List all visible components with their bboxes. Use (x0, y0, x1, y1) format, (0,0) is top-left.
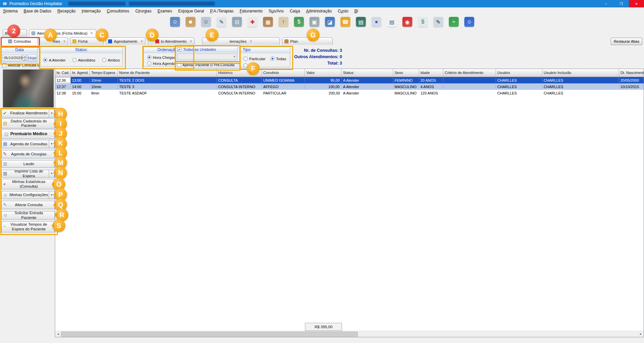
restore-tabs-button[interactable]: Restaurar Abas (611, 38, 642, 45)
sidebar-button-laudo[interactable]: ▥Laudo (1, 160, 55, 168)
scroll-right-icon[interactable]: ► (638, 331, 644, 337)
sidebar-button-dados-cadastrais-do-paciente[interactable]: ▤Dados Cadastrais do Paciente (1, 118, 55, 128)
stock-crate-icon[interactable]: ▦ (263, 17, 273, 27)
sidebar-button-alterar-consulta[interactable]: ✎Alterar Consulta (1, 201, 55, 209)
column-header-convenio[interactable]: Convênio (262, 69, 305, 77)
menu-sus-ans[interactable]: Sus/Ans (266, 7, 287, 15)
sidebar-button-imprimir-lista-de-espera[interactable]: ▤Imprimir Lista de Espera▼ (1, 170, 55, 178)
menu-caixa[interactable]: Caixa (287, 7, 303, 15)
units-dropdown[interactable]: ▾ (177, 53, 236, 60)
invoice-icon[interactable]: ▤ (387, 17, 397, 27)
revenue-arrow-icon[interactable]: ↑ (278, 17, 289, 27)
sub-tab-agendamento[interactable]: Agendamento✕ (106, 37, 145, 45)
doctor-icon[interactable]: ☺ (201, 17, 211, 27)
menu-estoque-geral[interactable]: Estoque Geral (175, 7, 207, 15)
globe-icon[interactable]: ● (371, 17, 381, 27)
sidebar-button-agenda-de-cirurgias[interactable]: ✎Agenda de Cirurgias (1, 150, 55, 158)
e-billing-icon[interactable]: $ (418, 17, 428, 27)
status-option-atendidos[interactable]: Atendidos (72, 58, 95, 62)
hospital-bed-icon[interactable]: ⊟ (232, 17, 242, 27)
table-cell: CHARLLES (496, 83, 542, 90)
menu-administracao[interactable]: Administração (303, 7, 335, 15)
phone-directory-icon[interactable]: ☎ (340, 17, 350, 27)
patient-search-icon[interactable]: ☺ (170, 17, 180, 27)
menu-consultorios[interactable]: Consultórios (104, 7, 132, 15)
column-header-usuario[interactable]: Usuário (496, 69, 542, 77)
table-row[interactable]: 12:3613:0010minTESTE 2 DOISCONSULTAUNIME… (55, 77, 644, 83)
ambulance-icon[interactable]: ✚ (247, 17, 258, 27)
ledger-book-icon[interactable]: ▤ (356, 17, 366, 27)
menu-exames[interactable]: Exames (155, 7, 175, 15)
menu-custo[interactable]: Custo (335, 7, 351, 15)
close-icon[interactable]: ✕ (91, 32, 93, 35)
step-down-button[interactable]: ▼ (23, 58, 27, 61)
column-header-idade[interactable]: Idade (419, 69, 443, 77)
patient-binder-icon[interactable]: ☺ (464, 17, 474, 27)
sidebar-button-minhas-estatisticas-consulta[interactable]: ◕Minhas Estatísticas (Consulta) (1, 179, 55, 189)
menu-sistema[interactable]: Sistema (0, 7, 21, 15)
today-button[interactable]: Hoje (28, 54, 37, 61)
column-header-status[interactable]: Status (342, 69, 393, 77)
sidebar-button-finalizar-atendimento[interactable]: ✔Finalizar Atendimento▼ (1, 109, 55, 118)
status-option-ambos[interactable]: Ambos (102, 58, 120, 62)
radio-icon (147, 61, 151, 66)
checkbox-icon[interactable] (177, 63, 181, 67)
column-header-tempo-espera[interactable]: Tempo Espera (90, 69, 118, 77)
checkbox-icon[interactable] (2, 63, 6, 67)
tipo-option-todas[interactable]: Todas (270, 56, 286, 61)
menu-base-de-dados[interactable]: Base de Dados (21, 7, 54, 15)
column-header-valor[interactable]: Valor (305, 69, 342, 77)
close-icon[interactable]: ✕ (249, 40, 252, 43)
main-tab-atendimentos-ficha-medica[interactable]: Atendimentos (Ficha Médica)✕ (29, 29, 96, 37)
pre-consult-only-checkbox[interactable]: Apenas Paciente c/ Pré-Consulta (176, 62, 238, 68)
sidebar-button-solicitar-entrada-paciente[interactable]: ☺Solicitar Entrada Paciente (1, 211, 55, 220)
menu-p-a-terapias[interactable]: P.A./Terapias (207, 7, 237, 15)
sidebar-button-minhas-configuracoes[interactable]: ☺Minhas Configurações▼ (1, 191, 55, 199)
tipo-option-particular[interactable]: Particular (243, 56, 266, 61)
maximize-button-icon[interactable]: ❐ (614, 0, 629, 7)
date-input[interactable]: 05/10/2020 ▾ (2, 55, 22, 61)
close-icon[interactable]: ✕ (140, 40, 143, 43)
table-row[interactable]: 12:3815:008minTESTE ASDADFCONSULTA INTER… (55, 90, 644, 96)
column-header-dt-nascimento[interactable]: Dt. Nascimento (619, 69, 644, 77)
close-button-icon[interactable]: ✕ (629, 0, 644, 7)
scroll-left-icon[interactable]: ◄ (55, 331, 61, 337)
sidebar-button-agenda-de-consultas[interactable]: ▤Agenda de Consultas▼ (1, 140, 55, 148)
menu-internacao[interactable]: Internação (78, 7, 104, 15)
table-cell: A Atender (342, 83, 393, 90)
close-icon[interactable]: ✕ (190, 40, 192, 43)
checked-checkbox-icon[interactable]: ✔ (177, 47, 181, 51)
health-monitor-icon[interactable]: ≈ (449, 17, 459, 27)
medical-form-icon[interactable]: ✎ (216, 17, 227, 27)
money-stack-icon[interactable]: $ (294, 17, 304, 27)
column-header-nome-do-paciente[interactable]: Nome do Paciente (118, 69, 217, 77)
step-up-button[interactable]: ▲ (23, 55, 27, 58)
power-icon[interactable]: ◉ (402, 17, 412, 27)
column-header-usuario-inclusao[interactable]: Usuário Inclusão (542, 69, 619, 77)
close-icon[interactable]: ✕ (63, 40, 66, 43)
table-cell: CHARLLES (542, 77, 619, 83)
table-row[interactable]: 12:3714:0010minTESTE 3CONSULTA INTERNOAF… (55, 83, 644, 90)
sidebar-button-prontuario-medico[interactable]: ☺Prontuário Médico (1, 129, 55, 139)
market-chart-icon[interactable]: ◪ (325, 17, 335, 27)
menu-recepcao[interactable]: Recepção (54, 7, 78, 15)
menu-cirurgias[interactable]: Cirurgias (132, 7, 155, 15)
minimize-button-icon[interactable]: ─ (599, 0, 614, 7)
reception-group-icon[interactable]: ☻ (185, 17, 196, 27)
signed-document-icon[interactable]: ✎ (433, 17, 443, 27)
menu-faturamento[interactable]: Faturamento (237, 7, 266, 15)
horizontal-scrollbar[interactable]: ◄ ► (55, 331, 644, 337)
ordering-option-hora-chegada[interactable]: Hora Chegada (147, 55, 178, 60)
menu-bi[interactable]: BI (351, 7, 361, 15)
column-header-hr-cad[interactable]: hr. Cad. (55, 69, 71, 77)
column-header-hr-agend[interactable]: hr. Agend. (71, 69, 90, 77)
status-option-a-atender[interactable]: A Atender (43, 58, 66, 62)
column-header-sexo[interactable]: Sexo (393, 69, 419, 77)
sidebar-button-visualizar-tempos-de-espera-do-paciente[interactable]: ◔Visualizar Tempos de Espera do Paciente (1, 221, 55, 232)
safe-icon[interactable]: ▣ (309, 17, 319, 27)
scrollbar-thumb[interactable] (61, 332, 358, 337)
sub-tab-consultas[interactable]: Consultas (1, 37, 38, 45)
ordering-option-hora-agendada[interactable]: Hora Agendada (147, 61, 180, 66)
table-cell: MASCULINO (393, 83, 419, 90)
column-header-criterio-de-atendimento[interactable]: Critério de Atendimento (443, 69, 496, 77)
